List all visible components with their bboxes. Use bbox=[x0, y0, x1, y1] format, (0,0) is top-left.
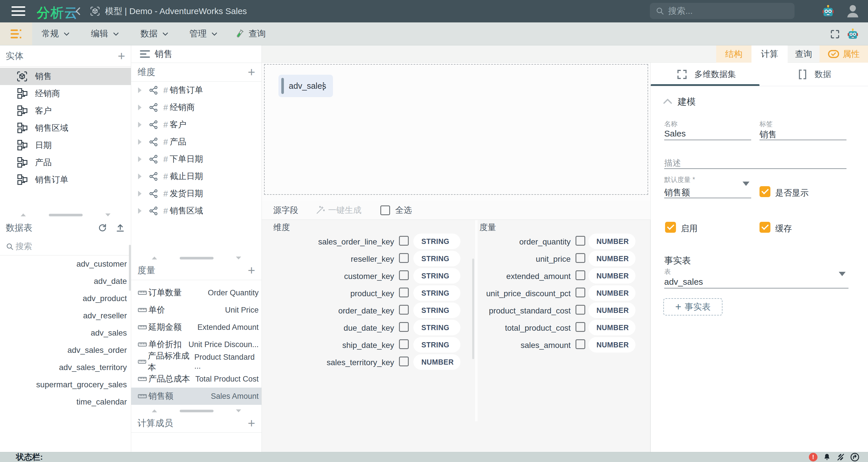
dimension-tree-item[interactable]: # 销售区域 bbox=[131, 202, 261, 220]
table-row[interactable]: supermart_grocery_sales bbox=[0, 376, 131, 393]
expand-caret-icon[interactable] bbox=[138, 122, 142, 127]
panel-splitter[interactable] bbox=[0, 212, 131, 217]
back-icon[interactable] bbox=[73, 6, 83, 16]
measure-item[interactable]: 延期金额 Extended Amount bbox=[131, 319, 261, 336]
show-checkbox[interactable] bbox=[760, 186, 770, 197]
field-type-chip[interactable]: NUMBER bbox=[588, 337, 636, 352]
tab-calculation[interactable]: 计算 bbox=[751, 46, 787, 63]
collapse-up-icon[interactable] bbox=[152, 409, 157, 412]
field-type-chip[interactable]: NUMBER bbox=[413, 354, 460, 370]
collapse-down-icon[interactable] bbox=[236, 257, 241, 259]
label-field-value[interactable]: 销售 bbox=[760, 129, 777, 141]
assistant-robot-icon[interactable] bbox=[847, 28, 859, 40]
tab-data[interactable]: 数据 bbox=[797, 63, 831, 86]
redirect-circle-icon[interactable] bbox=[850, 453, 859, 462]
table-row[interactable]: adv_date bbox=[0, 273, 131, 290]
select-all-checkbox[interactable] bbox=[380, 205, 390, 215]
table-node-adv-sales[interactable]: adv_sales ⋮ bbox=[278, 75, 333, 97]
field-checkbox[interactable] bbox=[576, 305, 585, 315]
table-row[interactable]: adv_sales_territory bbox=[0, 359, 131, 376]
tab-properties[interactable]: 属性 bbox=[819, 46, 868, 63]
field-type-chip[interactable]: NUMBER bbox=[588, 234, 636, 249]
entity-item[interactable]: 产品 bbox=[0, 154, 131, 171]
bell-icon[interactable] bbox=[823, 453, 831, 461]
field-checkbox[interactable] bbox=[576, 236, 585, 246]
refresh-icon[interactable] bbox=[98, 223, 107, 233]
tab-cube-dataset[interactable]: 多维数据集 bbox=[676, 63, 736, 86]
dimension-tree-item[interactable]: # 产品 bbox=[131, 133, 261, 150]
scrollbar[interactable] bbox=[129, 245, 131, 291]
expand-caret-icon[interactable] bbox=[138, 191, 142, 197]
field-type-chip[interactable]: NUMBER bbox=[588, 320, 636, 335]
table-row[interactable]: adv_sales_order bbox=[0, 342, 131, 359]
model-canvas[interactable]: adv_sales ⋮ bbox=[262, 63, 650, 201]
field-checkbox[interactable] bbox=[576, 339, 585, 349]
expand-caret-icon[interactable] bbox=[138, 208, 142, 214]
menu-item-manage[interactable]: 管理 bbox=[189, 22, 218, 45]
collapse-up-icon[interactable] bbox=[21, 213, 26, 216]
entity-item[interactable]: 经销商 bbox=[0, 85, 131, 102]
select-all-label[interactable]: 全选 bbox=[395, 205, 412, 216]
name-field-value[interactable]: Sales bbox=[664, 129, 686, 139]
connection-off-icon[interactable] bbox=[836, 453, 845, 461]
table-row[interactable]: adv_customer bbox=[0, 255, 131, 273]
field-checkbox[interactable] bbox=[399, 356, 409, 366]
field-type-chip[interactable]: NUMBER bbox=[588, 302, 636, 318]
collapse-down-icon[interactable] bbox=[105, 213, 111, 216]
collapse-down-icon[interactable] bbox=[236, 409, 241, 412]
add-dimension-button[interactable]: + bbox=[248, 68, 255, 77]
measure-item-selected[interactable]: 销售额 Sales Amount bbox=[131, 387, 261, 405]
show-checkbox-label[interactable]: 是否显示 bbox=[775, 187, 809, 199]
fullscreen-icon[interactable] bbox=[830, 29, 840, 40]
entity-item[interactable]: 客户 bbox=[0, 102, 131, 119]
expand-caret-icon[interactable] bbox=[138, 87, 142, 93]
expand-caret-icon[interactable] bbox=[138, 174, 142, 179]
table-row[interactable]: adv_product bbox=[0, 290, 131, 307]
dimension-tree-item[interactable]: # 发货日期 bbox=[131, 185, 261, 202]
dimension-tree-item[interactable]: # 经销商 bbox=[131, 99, 261, 116]
kebab-menu-icon[interactable]: ⋮ bbox=[319, 80, 329, 92]
description-field-label[interactable]: 描述 bbox=[664, 157, 681, 169]
measure-item[interactable]: 订单数量 Order Quantity bbox=[131, 284, 261, 301]
table-field-value[interactable]: adv_sales bbox=[664, 277, 703, 287]
hamburger-menu-icon[interactable] bbox=[11, 6, 25, 16]
entity-item[interactable]: 销售订单 bbox=[0, 171, 131, 189]
panel-splitter[interactable] bbox=[131, 256, 262, 260]
expand-caret-icon[interactable] bbox=[138, 105, 142, 110]
field-type-chip[interactable]: NUMBER bbox=[588, 251, 636, 266]
add-entity-button[interactable]: + bbox=[118, 52, 125, 60]
splitter-grip[interactable] bbox=[180, 410, 214, 412]
add-calc-member-button[interactable]: + bbox=[248, 419, 255, 428]
cache-checkbox[interactable] bbox=[760, 222, 770, 233]
tab-query[interactable]: 查询 bbox=[787, 46, 819, 63]
menu-item-query[interactable]: 查询 bbox=[235, 22, 266, 45]
panel-splitter[interactable] bbox=[131, 409, 262, 413]
splitter-grip[interactable] bbox=[180, 257, 214, 259]
splitter-grip[interactable] bbox=[49, 214, 83, 216]
dimension-tree-item[interactable]: # 下单日期 bbox=[131, 150, 261, 168]
dimension-tree-item[interactable]: # 客户 bbox=[131, 116, 261, 133]
global-search-input[interactable]: 搜索... bbox=[650, 3, 795, 19]
cache-checkbox-label[interactable]: 缓存 bbox=[775, 223, 792, 234]
field-checkbox[interactable] bbox=[576, 270, 585, 280]
dropdown-arrow-icon[interactable] bbox=[743, 181, 749, 186]
table-row[interactable]: time_calendar bbox=[0, 393, 131, 410]
field-type-chip[interactable]: NUMBER bbox=[588, 268, 636, 284]
assistant-robot-icon[interactable] bbox=[822, 5, 835, 18]
field-type-chip[interactable]: NUMBER bbox=[588, 285, 636, 301]
canvas-drop-area[interactable]: adv_sales ⋮ bbox=[264, 64, 648, 195]
upload-icon[interactable] bbox=[115, 223, 125, 233]
field-checkbox[interactable] bbox=[576, 253, 585, 263]
user-avatar[interactable] bbox=[845, 3, 861, 19]
table-row[interactable]: adv_sales bbox=[0, 324, 131, 342]
entity-item[interactable]: 销售区域 bbox=[0, 119, 131, 137]
tables-search-input[interactable]: 搜索 bbox=[0, 238, 131, 255]
enable-checkbox-label[interactable]: 启用 bbox=[681, 223, 698, 234]
entity-item-sales[interactable]: 销售 bbox=[0, 68, 131, 85]
add-fact-table-button[interactable]: + 事实表 bbox=[663, 298, 722, 315]
field-checkbox[interactable] bbox=[576, 322, 585, 332]
field-checkbox[interactable] bbox=[576, 288, 585, 297]
add-measure-button[interactable]: + bbox=[248, 266, 255, 275]
enable-checkbox[interactable] bbox=[665, 222, 676, 233]
collapse-up-icon[interactable] bbox=[152, 257, 157, 259]
